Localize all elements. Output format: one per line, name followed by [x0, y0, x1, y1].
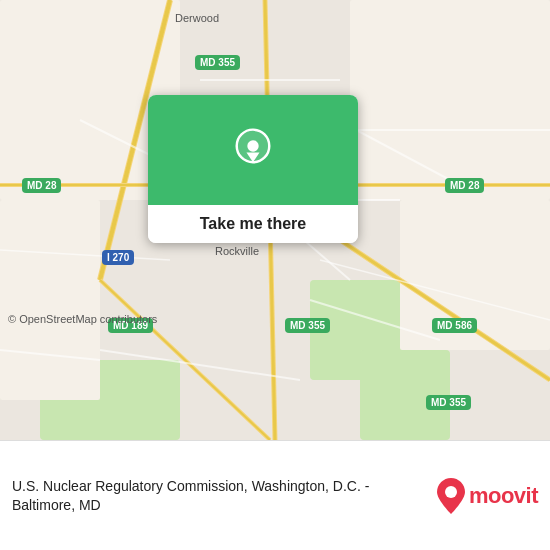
take-me-there-button[interactable]: Take me there — [148, 205, 358, 243]
moovit-pin-icon — [437, 478, 465, 514]
badge-md355-mid: MD 355 — [285, 318, 330, 333]
badge-md28-left: MD 28 — [22, 178, 61, 193]
moovit-text: moovit — [469, 483, 538, 509]
badge-md586: MD 586 — [432, 318, 477, 333]
map-container: Derwood Rockville MD 355 MD 28 MD 28 I 2… — [0, 0, 550, 440]
popup-green-area — [148, 95, 358, 205]
map-popup: Take me there — [148, 95, 358, 243]
svg-text:Derwood: Derwood — [175, 12, 219, 24]
copyright-text: © OpenStreetMap contributors — [8, 313, 157, 325]
svg-point-39 — [445, 486, 457, 498]
badge-md355-bot: MD 355 — [426, 395, 471, 410]
svg-rect-10 — [0, 200, 100, 400]
svg-rect-9 — [350, 0, 550, 200]
svg-point-37 — [247, 140, 258, 151]
moovit-logo: moovit — [437, 478, 538, 514]
badge-md28-right: MD 28 — [445, 178, 484, 193]
svg-text:Rockville: Rockville — [215, 245, 259, 257]
badge-md355-top: MD 355 — [195, 55, 240, 70]
bottom-bar: U.S. Nuclear Regulatory Commission, Wash… — [0, 440, 550, 550]
badge-i270: I 270 — [102, 250, 134, 265]
location-pin-icon — [231, 128, 275, 172]
location-title: U.S. Nuclear Regulatory Commission, Wash… — [12, 477, 382, 513]
